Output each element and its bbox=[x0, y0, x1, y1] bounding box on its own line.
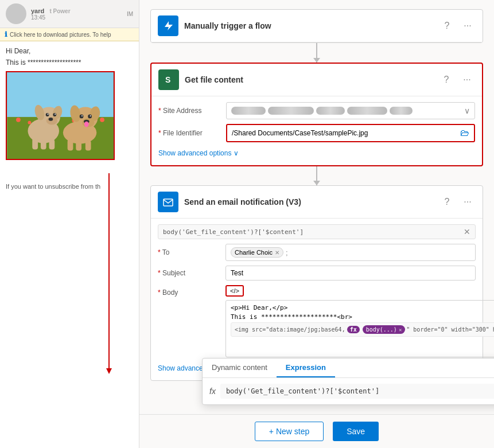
svg-point-27 bbox=[80, 115, 84, 119]
to-input[interactable]: Charlie Choic ✕ ; bbox=[225, 244, 476, 261]
svg-rect-1 bbox=[7, 117, 113, 159]
fx-badge[interactable]: fx bbox=[347, 326, 360, 333]
svg-rect-19 bbox=[32, 138, 38, 149]
subject-input[interactable]: Test bbox=[225, 266, 476, 281]
body-token-close[interactable]: ✕ bbox=[399, 327, 402, 333]
img-line: <img src="data:image/jpg;base64, fx body… bbox=[231, 322, 494, 337]
email-step-icon bbox=[158, 192, 178, 212]
html-toggle-btn[interactable]: </> bbox=[225, 285, 244, 297]
svg-point-15 bbox=[48, 114, 49, 115]
send-email-step-card: Send an email notification (V3) ? ··· bo… bbox=[150, 185, 483, 381]
blur-block-2 bbox=[268, 107, 314, 115]
sharepoint-icon: S bbox=[158, 69, 179, 90]
flow-container[interactable]: Manually trigger a flow ? ··· S Get file… bbox=[139, 0, 494, 414]
trigger-more-btn[interactable]: ··· bbox=[460, 18, 476, 34]
expression-value: body('Get_file_content')?['$content'] bbox=[226, 387, 379, 395]
save-button[interactable]: Save bbox=[333, 422, 379, 441]
folder-icon: 🗁 bbox=[460, 128, 469, 138]
show-advanced-get-file[interactable]: Show advanced options ∨ bbox=[158, 147, 475, 159]
connector-1 bbox=[316, 43, 317, 63]
email-greeting: Hi Dear, bbox=[6, 47, 133, 55]
body-token: body(...) ✕ bbox=[363, 325, 406, 334]
dog-image bbox=[6, 71, 115, 160]
download-text: Click here to download pictures. To help bbox=[10, 32, 111, 38]
expression-bar: body('Get_file_content')?['$content'] ✕ bbox=[158, 224, 476, 239]
send-email-body: body('Get_file_content')?['$content'] ✕ … bbox=[151, 219, 483, 380]
blurred-site-address bbox=[231, 107, 464, 115]
save-label: Save bbox=[347, 427, 365, 436]
to-tag-close[interactable]: ✕ bbox=[275, 250, 279, 256]
new-step-button[interactable]: + New step bbox=[255, 422, 324, 441]
download-banner[interactable]: ℹ Click here to download pictures. To he… bbox=[0, 28, 139, 41]
lightning-icon bbox=[162, 20, 174, 32]
trigger-step-header[interactable]: Manually trigger a flow ? ··· bbox=[151, 10, 483, 42]
new-step-label: + New step bbox=[269, 427, 309, 436]
svg-point-32 bbox=[84, 122, 89, 127]
get-file-step-title: Get file content bbox=[185, 75, 433, 84]
email-preview-panel: yard t Power 13:45 IM ℹ Click here to do… bbox=[0, 0, 139, 448]
expression-input[interactable]: body('Get_file_content')?['$content'] bbox=[220, 384, 494, 399]
svg-point-16 bbox=[53, 113, 56, 116]
svg-rect-20 bbox=[41, 139, 46, 150]
email-body: Hi Dear, This is ******************** bbox=[0, 41, 139, 448]
get-file-step-body: Site Address ∨ File Identifier bbox=[151, 96, 482, 165]
tab-dynamic-content[interactable]: Dynamic content bbox=[203, 359, 277, 377]
svg-marker-37 bbox=[106, 368, 112, 374]
popup-tabs[interactable]: Dynamic content Expression bbox=[203, 359, 494, 378]
svg-point-17 bbox=[55, 114, 56, 115]
trigger-step-title: Manually trigger a flow bbox=[184, 21, 433, 30]
body-token-label: body(...) bbox=[366, 326, 397, 333]
svg-rect-39 bbox=[164, 199, 173, 206]
send-email-more-btn[interactable]: ··· bbox=[460, 194, 476, 210]
subject-value: Test bbox=[231, 269, 243, 277]
avatar bbox=[6, 3, 26, 24]
file-identifier-input[interactable]: /Shared Documents/CaseTest/samplePic.jpg… bbox=[226, 124, 475, 142]
app-label: t Power bbox=[49, 8, 70, 14]
site-address-input[interactable]: ∨ bbox=[226, 102, 475, 119]
info-icon: ℹ bbox=[5, 30, 7, 38]
trigger-icon bbox=[158, 15, 178, 36]
trigger-step-card: Manually trigger a flow ? ··· bbox=[150, 9, 483, 43]
svg-point-8 bbox=[100, 118, 104, 122]
svg-point-14 bbox=[46, 113, 49, 116]
bottom-bar: + New step Save bbox=[139, 414, 494, 448]
get-file-help-btn[interactable]: ? bbox=[438, 72, 454, 88]
svg-point-3 bbox=[28, 121, 31, 124]
svg-rect-35 bbox=[85, 141, 91, 151]
body-line-1: <p>Hi Dear,</p> bbox=[231, 304, 494, 311]
popup-body: fx body('Get_file_content')?['$content'] bbox=[203, 378, 494, 404]
body-editor[interactable]: <p>Hi Dear,</p> This is ****************… bbox=[225, 300, 494, 357]
svg-rect-33 bbox=[68, 139, 73, 150]
svg-point-18 bbox=[49, 118, 53, 121]
dropdown-chevron: ∨ bbox=[464, 106, 470, 115]
trigger-step-actions[interactable]: ? ··· bbox=[439, 18, 476, 34]
close-expression-btn[interactable]: ✕ bbox=[464, 227, 470, 236]
get-file-more-btn[interactable]: ··· bbox=[459, 72, 475, 88]
send-email-help-btn[interactable]: ? bbox=[439, 194, 455, 210]
svg-point-30 bbox=[90, 115, 91, 116]
body-line-2: This is ********************<br> bbox=[231, 313, 494, 321]
get-file-step-header[interactable]: S Get file content ? ··· bbox=[151, 64, 482, 96]
tab-expression[interactable]: Expression bbox=[277, 359, 335, 377]
to-label: To bbox=[158, 248, 221, 256]
flow-designer: Manually trigger a flow ? ··· S Get file… bbox=[139, 0, 494, 448]
send-email-step-title: Send an email notification (V3) bbox=[184, 197, 433, 207]
chevron-down-icon: ∨ bbox=[234, 149, 239, 157]
show-advanced-label: Show advanced options bbox=[158, 149, 231, 157]
send-email-step-header[interactable]: Send an email notification (V3) ? ··· bbox=[151, 186, 483, 219]
send-email-step-actions[interactable]: ? ··· bbox=[439, 194, 476, 210]
file-identifier-value: /Shared Documents/CaseTest/samplePic.jpg bbox=[232, 129, 368, 137]
sender-time: 13:45 bbox=[31, 14, 122, 21]
blur-block-5 bbox=[390, 107, 413, 115]
get-file-step-card: S Get file content ? ··· Site Address bbox=[150, 63, 483, 166]
body-field-row: Body </> <p>Hi Dear,</p> This is *******… bbox=[158, 285, 476, 357]
svg-point-28 bbox=[81, 115, 83, 116]
dynamic-expression-popup: Dynamic content Expression fx body('Get_… bbox=[202, 358, 494, 405]
get-file-step-actions[interactable]: ? ··· bbox=[438, 72, 475, 88]
to-field-row: To Charlie Choic ✕ ; bbox=[158, 244, 476, 261]
blur-block-3 bbox=[316, 107, 345, 115]
sender-info: yard t Power 13:45 bbox=[31, 7, 122, 21]
site-address-label: Site Address bbox=[158, 107, 221, 115]
trigger-help-btn[interactable]: ? bbox=[439, 18, 455, 34]
sharepoint-s-icon: S bbox=[163, 74, 174, 85]
